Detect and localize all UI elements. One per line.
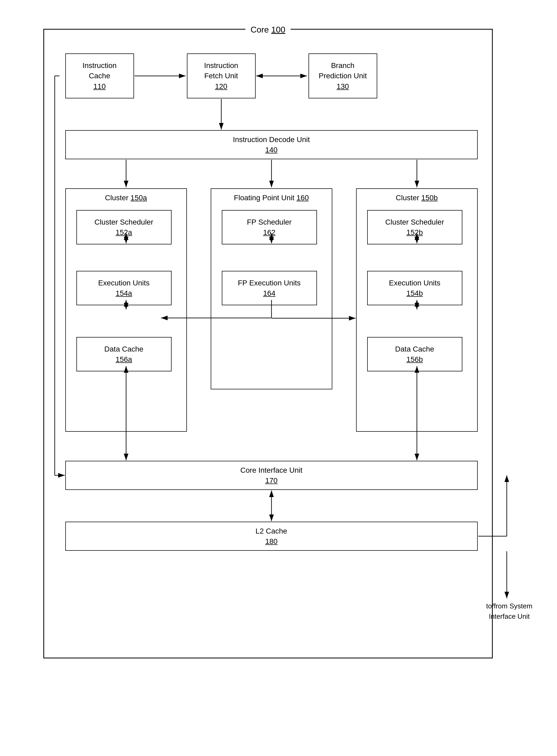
cl150b-num: 150b	[421, 194, 438, 202]
bp-num: 130	[336, 81, 349, 91]
id-line1: Instruction Decode Unit	[233, 134, 310, 145]
eu154a-line1: Execution Units	[98, 278, 150, 288]
data-cache-156a-box: Data Cache 156a	[77, 337, 172, 371]
cluster-scheduler-152b-box: Cluster Scheduler 152b	[367, 210, 462, 245]
ci-line1: Core Interface Unit	[240, 465, 302, 475]
if-num: 120	[215, 81, 227, 91]
l2-num: 180	[265, 536, 277, 547]
core-title-num: 100	[271, 25, 285, 34]
cluster-150a-box: Cluster 150a Cluster Scheduler 152a Exec…	[65, 188, 187, 432]
sys-line2: Interface Unit	[489, 612, 530, 620]
eu154b-line1: Execution Units	[389, 278, 440, 288]
cluster-150b-title: Cluster 150b	[357, 194, 477, 202]
ic-line2: Cache	[89, 71, 110, 81]
eu154b-num: 154b	[406, 288, 423, 298]
id-num: 140	[265, 145, 277, 155]
fp160-title-text: Floating Point Unit	[234, 194, 297, 202]
if-line2: Fetch Unit	[204, 71, 238, 81]
fp-scheduler-162-box: FP Scheduler 162	[222, 210, 317, 245]
data-cache-156b-box: Data Cache 156b	[367, 337, 462, 371]
system-interface-label: to/from System Interface Unit	[483, 601, 536, 622]
fps162-num: 162	[263, 227, 275, 237]
fpe164-line1: FP Execution Units	[238, 278, 301, 288]
page: Core 100 Instruction Cache 110 Instructi…	[28, 21, 530, 735]
eu154a-num: 154a	[116, 288, 132, 298]
core-title: Core 100	[245, 25, 291, 35]
fp-160-title: Floating Point Unit 160	[211, 194, 332, 202]
instruction-cache-box: Instruction Cache 110	[65, 53, 134, 99]
core-title-text: Core	[251, 25, 271, 34]
cs152b-num: 152b	[406, 227, 423, 237]
bp-line1: Branch	[331, 60, 354, 71]
if-line1: Instruction	[204, 60, 238, 71]
cs152a-line1: Cluster Scheduler	[94, 217, 153, 227]
l2-line1: L2 Cache	[256, 526, 287, 536]
branch-prediction-box: Branch Prediction Unit 130	[309, 53, 377, 99]
fps162-line1: FP Scheduler	[247, 217, 292, 227]
instruction-fetch-box: Instruction Fetch Unit 120	[187, 53, 256, 99]
dc156b-num: 156b	[406, 354, 423, 365]
cluster-150a-title: Cluster 150a	[66, 194, 186, 202]
core-box: Core 100 Instruction Cache 110 Instructi…	[43, 29, 493, 659]
cs152b-line1: Cluster Scheduler	[385, 217, 444, 227]
fp160-num: 160	[296, 194, 309, 202]
execution-units-154b-box: Execution Units 154b	[367, 271, 462, 305]
bp-line2: Prediction Unit	[319, 71, 367, 81]
dc156a-line1: Data Cache	[105, 344, 144, 354]
floating-point-160-box: Floating Point Unit 160 FP Scheduler 162…	[211, 188, 332, 389]
l2-cache-box: L2 Cache 180	[65, 522, 478, 551]
cs152a-num: 152a	[116, 227, 132, 237]
dc156b-line1: Data Cache	[395, 344, 434, 354]
cluster-150b-box: Cluster 150b Cluster Scheduler 152b Exec…	[356, 188, 478, 432]
sys-line1: to/from System	[486, 602, 532, 610]
cl150a-title-text: Cluster	[105, 194, 130, 202]
core-interface-box: Core Interface Unit 170	[65, 461, 478, 490]
dc156a-num: 156a	[116, 354, 132, 365]
fp-execution-164-box: FP Execution Units 164	[222, 271, 317, 305]
diagram-container: Core 100 Instruction Cache 110 Instructi…	[44, 30, 492, 657]
cl150a-num: 150a	[130, 194, 147, 202]
cluster-scheduler-152a-box: Cluster Scheduler 152a	[77, 210, 172, 245]
ic-num: 110	[93, 81, 106, 91]
ci-num: 170	[265, 475, 277, 486]
cl150b-title-text: Cluster	[396, 194, 421, 202]
fpe164-num: 164	[263, 288, 275, 298]
instruction-decode-box: Instruction Decode Unit 140	[65, 130, 478, 159]
ic-line1: Instruction	[83, 60, 117, 71]
execution-units-154a-box: Execution Units 154a	[77, 271, 172, 305]
